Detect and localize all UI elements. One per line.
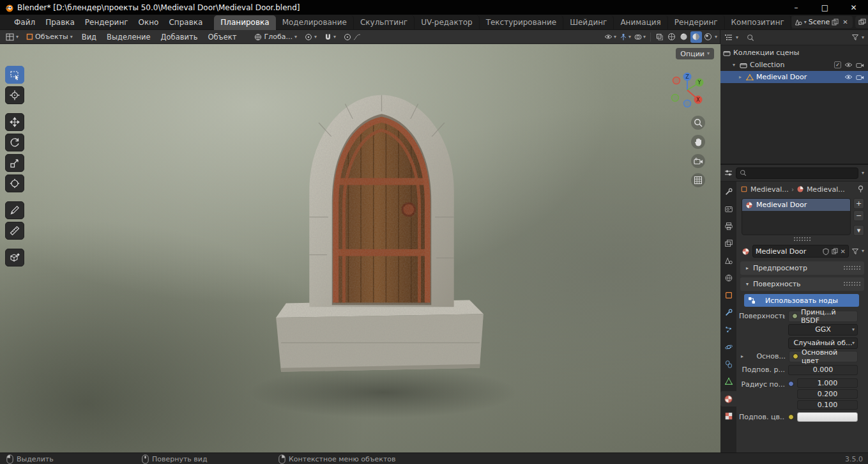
breadcrumb-object[interactable]: Medieval...	[750, 185, 789, 194]
tab-modeling[interactable]: Моделирование	[276, 15, 354, 30]
tab-material[interactable]	[720, 391, 736, 406]
slot-list-resize-handle[interactable]	[736, 236, 868, 244]
base-color-link-button[interactable]: Основной цвет	[789, 351, 858, 362]
tab-compositing[interactable]: Композитинг	[725, 15, 791, 30]
menu-render[interactable]: Рендеринг	[80, 15, 133, 30]
gizmo-y-neg-axis[interactable]	[672, 95, 679, 102]
ortho-toggle-button[interactable]	[691, 173, 705, 187]
tab-particles[interactable]	[720, 322, 736, 337]
distribution-dropdown[interactable]: GGX ▾	[788, 324, 858, 336]
material-slot-selected[interactable]: Medieval Door	[742, 199, 850, 211]
menu-window[interactable]: Окно	[133, 15, 164, 30]
close-button[interactable]: ✕	[839, 0, 868, 15]
tool-rotate[interactable]	[5, 134, 24, 151]
scene-selector[interactable]: ▾ Scene ✕	[791, 16, 853, 28]
outliner-row-scene-collection[interactable]: Коллекции сцены	[720, 47, 868, 59]
tab-render[interactable]	[720, 201, 736, 217]
menu-help[interactable]: Справка	[164, 15, 208, 30]
tab-physics[interactable]	[720, 339, 736, 355]
copy-icon[interactable]	[832, 248, 838, 254]
collection-checkbox[interactable]: ✓	[834, 61, 841, 68]
tab-layout[interactable]: Планировка	[214, 15, 275, 30]
hide-eye-icon[interactable]	[844, 62, 853, 68]
shading-wireframe-button[interactable]	[666, 31, 678, 43]
tool-transform[interactable]	[5, 174, 24, 192]
tool-measure[interactable]	[5, 222, 24, 240]
object-expander[interactable]: ▸	[737, 74, 743, 80]
tab-texture[interactable]	[720, 408, 736, 424]
pan-button[interactable]	[691, 135, 705, 149]
transform-orientation-dropdown[interactable]: Глоба... ▾	[251, 31, 300, 43]
filter-icon[interactable]	[851, 34, 859, 41]
tab-animation[interactable]: Анимация	[614, 15, 667, 30]
use-nodes-button[interactable]: Использовать ноды	[744, 294, 859, 307]
navigation-gizmo[interactable]: Z Y X	[667, 70, 708, 111]
medieval-door-model[interactable]	[275, 84, 489, 398]
tab-tool[interactable]	[720, 184, 736, 199]
fake-user-shield-icon[interactable]	[823, 248, 829, 255]
xray-toggle[interactable]	[654, 31, 666, 43]
menu-view[interactable]: Вид	[77, 30, 101, 44]
tab-output[interactable]	[720, 219, 736, 234]
search-icon[interactable]	[747, 34, 754, 42]
outliner-row-collection[interactable]: ▾ Collection ✓	[720, 59, 868, 71]
radius-z-field[interactable]: 0.100	[797, 400, 858, 410]
tool-annotate[interactable]	[5, 201, 24, 219]
tab-scene[interactable]	[720, 253, 736, 268]
outliner-editor-icon[interactable]	[724, 34, 733, 41]
zoom-button[interactable]	[691, 116, 705, 130]
tab-object[interactable]	[720, 288, 736, 303]
subsurface-method-dropdown[interactable]: Случайный об... ▾	[788, 337, 858, 349]
radius-y-field[interactable]: 0.200	[797, 389, 858, 399]
filter-icon[interactable]	[851, 248, 859, 255]
tab-constraints[interactable]	[720, 357, 736, 372]
gizmo-z-neg-axis[interactable]	[684, 100, 691, 107]
tab-sculpting[interactable]: Скульптинг	[354, 15, 415, 30]
overlays-dropdown[interactable]: ▾	[633, 31, 647, 43]
maximize-button[interactable]: □	[811, 0, 839, 15]
disable-render-camera-icon[interactable]	[856, 74, 864, 81]
proportional-edit-toggle[interactable]	[340, 31, 364, 43]
tool-scale[interactable]	[5, 154, 24, 172]
shading-material-button[interactable]	[690, 31, 702, 43]
section-preview[interactable]: ▸ Предпросмотр	[740, 261, 864, 275]
properties-editor-icon[interactable]	[724, 169, 733, 176]
disable-render-camera-icon[interactable]	[856, 62, 864, 68]
breadcrumb-material[interactable]: Medieval...	[807, 185, 845, 194]
remove-slot-button[interactable]: −	[853, 210, 864, 221]
gizmo-x-neg-axis[interactable]	[673, 77, 680, 84]
shading-solid-button[interactable]	[678, 31, 690, 43]
viewport-canvas[interactable]: Опции ▾ Z Y	[0, 44, 720, 452]
menu-select[interactable]: Выделение	[102, 30, 155, 44]
tool-cursor[interactable]	[5, 86, 24, 104]
tool-move[interactable]	[5, 113, 24, 131]
collection-expander[interactable]: ▾	[731, 62, 737, 68]
gizmos-dropdown[interactable]: ▾	[618, 31, 632, 43]
expander-icon[interactable]: ▸	[739, 353, 745, 359]
minimize-button[interactable]: –	[782, 0, 811, 15]
subsurface-color-swatch[interactable]	[797, 412, 858, 422]
viewlayer-selector[interactable]: ▾ ViewLayer ✕	[855, 16, 868, 28]
tab-texture-paint[interactable]: Текстурирование	[480, 15, 563, 30]
menu-file[interactable]: Файл	[9, 15, 40, 30]
copy-icon[interactable]	[832, 19, 839, 26]
radius-x-field[interactable]: 1.000	[797, 378, 858, 388]
subsurface-value-field[interactable]: 0.000	[788, 365, 858, 375]
material-name-field[interactable]: Medieval Door ✕	[752, 245, 849, 258]
properties-search-input[interactable]	[736, 167, 858, 179]
tab-object-data[interactable]	[720, 374, 736, 389]
mode-dropdown[interactable]: Объекты ▾	[23, 31, 76, 43]
slot-specials-button[interactable]: ▾	[853, 225, 864, 236]
pivot-point-dropdown[interactable]: ▾	[301, 31, 320, 43]
tab-shading[interactable]: Шейдинг	[563, 15, 614, 30]
tab-modifiers[interactable]	[720, 305, 736, 320]
menu-object[interactable]: Объект	[203, 30, 241, 44]
tool-select-box[interactable]	[5, 66, 24, 84]
options-dropdown[interactable]: Опции ▾	[676, 48, 714, 59]
camera-view-button[interactable]	[691, 154, 705, 168]
tab-rendering[interactable]: Рендеринг	[668, 15, 725, 30]
outliner-row-medieval-door[interactable]: ▸ Medieval Door	[720, 71, 868, 83]
editor-type-button[interactable]: ▾	[3, 31, 22, 43]
unlink-scene-icon[interactable]: ✕	[841, 17, 849, 27]
section-surface[interactable]: ▾ Поверхность	[740, 277, 864, 291]
